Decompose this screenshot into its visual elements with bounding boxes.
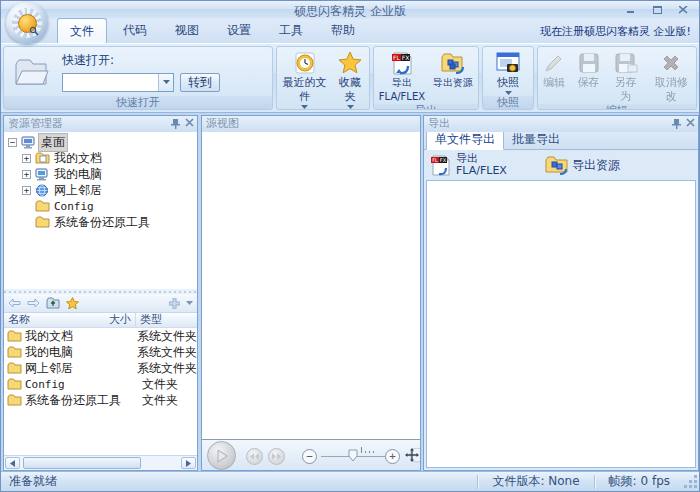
- tree-item-label[interactable]: Config: [52, 200, 96, 213]
- ribbon-group-edit: 编辑 保存: [537, 46, 697, 110]
- add-favorite-button[interactable]: [169, 298, 180, 309]
- maximize-button[interactable]: [647, 3, 667, 16]
- tree-item-network[interactable]: + 网上邻居: [4, 182, 197, 198]
- file-list: 我的文档 系统文件夹 我的电脑 系统文件夹 网上邻居 系统文件夹 Config …: [4, 328, 197, 408]
- pin-icon[interactable]: [171, 118, 180, 129]
- back-button[interactable]: [8, 298, 21, 308]
- resource-folder-icon: [545, 155, 568, 175]
- play-button[interactable]: [207, 441, 236, 470]
- column-header-type[interactable]: 类型: [136, 313, 197, 327]
- tree-item-label[interactable]: 网上邻居: [52, 182, 104, 199]
- chevron-down-icon: [301, 105, 308, 109]
- snapshot-label: 快照: [497, 76, 519, 90]
- svg-text:FL: FL: [393, 54, 400, 61]
- favorites-label: 收藏夹: [335, 76, 365, 104]
- tab-help[interactable]: 帮助: [319, 18, 367, 43]
- export-tabs: 单文件导出 批量导出: [424, 132, 698, 150]
- tree-item-label[interactable]: 我的电脑: [52, 166, 104, 183]
- snapshot-button[interactable]: 快照: [485, 47, 531, 96]
- svg-text:FX: FX: [440, 157, 447, 163]
- tab-code[interactable]: 代码: [111, 18, 159, 43]
- export-resource-button[interactable]: 导出资源: [545, 155, 620, 175]
- application-menu-button[interactable]: [6, 2, 48, 44]
- export-resource-label: 导出资源: [572, 157, 620, 174]
- expand-icon[interactable]: +: [22, 170, 31, 179]
- tab-tools[interactable]: 工具: [267, 18, 315, 43]
- edit-label: 编辑: [543, 76, 565, 90]
- tab-batch-export[interactable]: 批量导出: [504, 129, 568, 149]
- tree-item-my-computer[interactable]: + 我的电脑: [4, 166, 197, 182]
- scrollbar-thumb[interactable]: [23, 457, 141, 469]
- collapse-icon[interactable]: −: [8, 138, 17, 147]
- save-button[interactable]: 保存: [572, 47, 604, 104]
- orb-ball-icon: [18, 14, 37, 33]
- list-item[interactable]: 我的电脑 系统文件夹: [4, 344, 197, 360]
- tree-item-label[interactable]: 系统备份还原工具: [52, 214, 152, 231]
- up-folder-button[interactable]: [46, 297, 60, 309]
- close-icon[interactable]: [686, 118, 695, 127]
- next-frame-button[interactable]: [268, 448, 285, 465]
- register-link[interactable]: 现在注册硕思闪客精灵 企业版!: [540, 24, 691, 39]
- save-as-button[interactable]: 另存为: [607, 47, 645, 104]
- favorites-star-button[interactable]: [66, 297, 79, 309]
- export-resource-button[interactable]: 导出资源: [430, 47, 476, 104]
- item-name: 我的文档: [25, 328, 73, 345]
- snapshot-camera-icon: [495, 50, 521, 76]
- tree-item-backup-tool[interactable]: 系统备份还原工具: [4, 214, 197, 230]
- explorer-caption: 资源管理器: [4, 116, 197, 132]
- pan-tool-button[interactable]: [405, 448, 420, 463]
- zoom-in-button[interactable]: +: [385, 449, 400, 464]
- scroll-right-button[interactable]: [181, 457, 196, 469]
- previous-frame-button[interactable]: [246, 448, 263, 465]
- status-file-version: 文件版本: None: [478, 473, 593, 490]
- list-item[interactable]: 网上邻居 系统文件夹: [4, 360, 197, 376]
- fla-document-icon: FL FX: [430, 154, 452, 177]
- source-view-canvas[interactable]: [202, 132, 420, 439]
- close-icon[interactable]: [185, 118, 194, 127]
- orb-ring-icon: [12, 8, 42, 38]
- pencil-icon: [543, 50, 565, 76]
- export-content-area[interactable]: [426, 180, 696, 468]
- scroll-left-button[interactable]: [5, 457, 20, 469]
- star-icon: [338, 50, 362, 76]
- column-header-size[interactable]: 大小: [96, 313, 136, 327]
- toolbar-dropdown-icon[interactable]: [186, 301, 193, 305]
- export-fla-flex-button[interactable]: FL FX 导出 FLA/FLEX: [430, 153, 507, 177]
- quick-open-combobox[interactable]: [62, 73, 174, 92]
- tree-item-desktop[interactable]: − 桌面: [4, 134, 197, 150]
- zoom-slider-thumb[interactable]: [348, 449, 358, 462]
- list-item[interactable]: 我的文档 系统文件夹: [4, 328, 197, 344]
- red-x-icon: [660, 50, 682, 76]
- combo-dropdown-button[interactable]: [158, 74, 173, 91]
- horizontal-scrollbar[interactable]: [4, 455, 197, 470]
- item-name: 网上邻居: [25, 360, 73, 377]
- minimize-button[interactable]: [621, 3, 641, 16]
- recent-files-button[interactable]: 最近的文件: [277, 47, 332, 109]
- forward-button[interactable]: [27, 298, 40, 308]
- folder-icon: [6, 394, 22, 406]
- tab-view[interactable]: 视图: [163, 18, 211, 43]
- close-button[interactable]: [673, 3, 693, 16]
- tab-file[interactable]: 文件: [57, 18, 107, 43]
- expand-icon[interactable]: +: [22, 186, 31, 195]
- tab-settings[interactable]: 设置: [215, 18, 263, 43]
- list-item[interactable]: Config 文件夹: [4, 376, 197, 392]
- pin-icon[interactable]: [672, 118, 681, 129]
- edit-button[interactable]: 编辑: [538, 47, 570, 104]
- quick-open-label: 快速打开:: [62, 52, 220, 69]
- zoom-out-button[interactable]: −: [302, 449, 317, 464]
- tree-item-my-documents[interactable]: + 我的文档: [4, 150, 197, 166]
- cancel-changes-label: 取消修改: [650, 76, 693, 104]
- source-view-caption: 源视图: [202, 116, 420, 132]
- favorites-button[interactable]: 收藏夹: [332, 47, 368, 109]
- tree-item-label[interactable]: 我的文档: [52, 150, 104, 167]
- cancel-changes-button[interactable]: 取消修改: [647, 47, 696, 104]
- expand-icon[interactable]: +: [22, 154, 31, 163]
- list-item[interactable]: 系统备份还原工具 文件夹: [4, 392, 197, 408]
- resize-grip[interactable]: [684, 474, 698, 490]
- column-header-name[interactable]: 名称: [4, 313, 96, 327]
- tree-item-config[interactable]: Config: [4, 198, 197, 214]
- export-fla-flex-button[interactable]: FL FX 导出FLA/FLEX: [374, 47, 430, 104]
- go-button[interactable]: 转到: [180, 73, 220, 92]
- ribbon-group-export: FL FX 导出FLA/FLEX: [373, 46, 479, 110]
